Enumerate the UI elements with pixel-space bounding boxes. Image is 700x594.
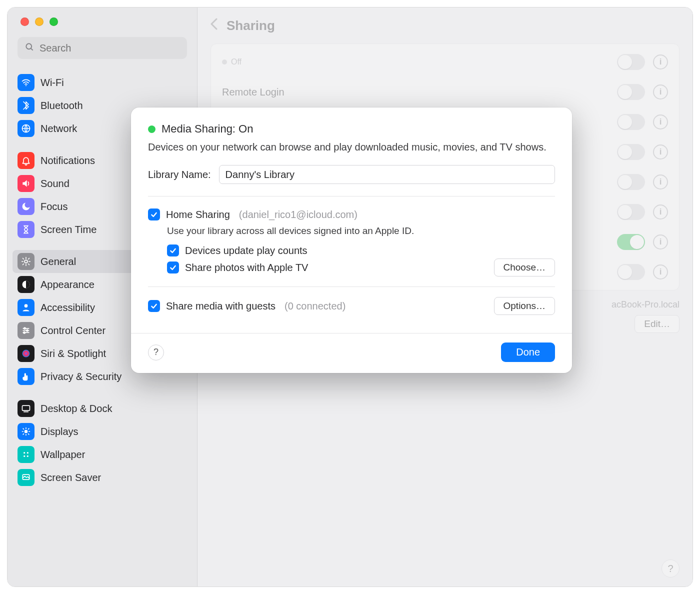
sidebar-item-wallpaper[interactable]: Wallpaper — [12, 443, 192, 466]
search-icon — [24, 42, 34, 54]
toggle[interactable] — [617, 54, 645, 70]
home-sharing-checkbox[interactable] — [148, 208, 160, 220]
bluetooth-icon — [18, 97, 34, 114]
sheet-title: Media Sharing: On — [162, 122, 253, 136]
info-icon[interactable]: i — [653, 264, 668, 280]
sheet-help-button[interactable]: ? — [148, 344, 164, 360]
sheet-description: Devices on your network can browse and p… — [148, 140, 555, 154]
toggle[interactable] — [617, 84, 645, 100]
svg-point-12 — [24, 332, 25, 334]
sidebar-item-displays[interactable]: Displays — [12, 420, 192, 443]
gear-icon — [18, 253, 34, 270]
network-icon — [18, 120, 34, 137]
sidebar-item-label: Bluetooth — [40, 100, 83, 112]
sidebar-item-label: Screen Saver — [40, 472, 101, 484]
svg-point-16 — [24, 430, 28, 434]
toggle[interactable] — [617, 264, 645, 280]
appearance-icon — [18, 276, 34, 293]
svg-point-2 — [26, 85, 26, 86]
info-icon[interactable]: i — [653, 54, 668, 70]
done-button[interactable]: Done — [501, 342, 555, 362]
sidebar-item-label: General — [40, 256, 76, 268]
library-name-input[interactable] — [219, 165, 555, 184]
sidebar-item-label: Displays — [40, 426, 78, 438]
sidebar-item-label: Screen Time — [40, 224, 96, 236]
svg-point-13 — [22, 350, 30, 358]
close-window-button[interactable] — [20, 18, 29, 26]
sidebar-item-label: Focus — [40, 201, 68, 212]
svg-point-18 — [27, 452, 28, 454]
toggle[interactable] — [617, 144, 645, 160]
info-icon[interactable]: i — [653, 234, 668, 250]
sidebar-item-wi-fi[interactable]: Wi-Fi — [12, 71, 192, 94]
share-guests-count: (0 connected) — [284, 300, 346, 312]
home-sharing-account: (daniel_rico1@icloud.com) — [239, 209, 358, 220]
sound-icon — [18, 175, 34, 192]
dock-icon — [18, 400, 34, 417]
sidebar-item-label: Control Center — [40, 325, 106, 336]
sidebar-item-label: Wallpaper — [40, 449, 85, 460]
wifi-icon — [18, 74, 34, 91]
choose-photos-button[interactable]: Choose… — [494, 258, 556, 276]
svg-rect-14 — [22, 406, 30, 410]
status-dot-icon — [148, 126, 156, 133]
display-icon — [18, 423, 34, 440]
sidebar-item-label: Notifications — [40, 155, 95, 166]
share-guests-label: Share media with guests — [166, 300, 276, 312]
moon-icon — [18, 198, 34, 215]
devices-update-label: Devices update play counts — [185, 245, 308, 256]
sharing-row-title: Remote Login — [222, 86, 284, 98]
wallpaper-icon — [18, 446, 34, 463]
svg-point-6 — [24, 304, 28, 308]
media-sharing-sheet: Media Sharing: On Devices on your networ… — [131, 108, 572, 373]
toggle[interactable] — [617, 204, 645, 220]
person-icon — [18, 299, 34, 316]
page-title: Sharing — [226, 18, 275, 34]
svg-point-17 — [24, 452, 25, 454]
toggle[interactable] — [617, 234, 645, 250]
minimize-window-button[interactable] — [35, 18, 44, 26]
sliders-icon — [18, 322, 34, 339]
share-photos-checkbox[interactable] — [167, 262, 179, 274]
edit-hostname-button[interactable]: Edit… — [634, 315, 680, 333]
siri-icon — [18, 345, 34, 362]
sharing-row: Offi — [211, 47, 679, 77]
info-icon[interactable]: i — [653, 114, 668, 130]
devices-update-checkbox[interactable] — [167, 244, 179, 256]
sidebar-item-label: Desktop & Dock — [40, 403, 112, 414]
info-icon[interactable]: i — [653, 144, 668, 160]
svg-point-4 — [24, 260, 28, 263]
sidebar-item-label: Siri & Spotlight — [40, 348, 106, 360]
search-field[interactable] — [18, 37, 187, 59]
svg-point-20 — [27, 456, 28, 457]
hourglass-icon — [18, 221, 34, 238]
sidebar-item-screen-saver[interactable]: Screen Saver — [12, 466, 192, 489]
home-sharing-description: Use your library across all devices sign… — [167, 226, 555, 236]
home-sharing-label: Home Sharing — [166, 209, 230, 220]
topbar: Sharing — [198, 8, 692, 44]
sidebar-item-label: Appearance — [40, 279, 94, 290]
svg-point-11 — [26, 330, 28, 331]
toggle[interactable] — [617, 174, 645, 190]
info-icon[interactable]: i — [653, 84, 668, 100]
guest-options-button[interactable]: Options… — [494, 297, 555, 315]
sidebar-item-label: Privacy & Security — [40, 371, 122, 382]
hand-icon — [18, 368, 34, 385]
svg-line-1 — [31, 48, 33, 50]
sidebar-item-desktop-dock[interactable]: Desktop & Dock — [12, 397, 192, 420]
sidebar-item-label: Network — [40, 123, 77, 134]
search-input[interactable] — [40, 42, 180, 54]
zoom-window-button[interactable] — [50, 18, 58, 26]
help-button[interactable]: ? — [662, 560, 680, 578]
toggle[interactable] — [617, 114, 645, 130]
info-icon[interactable]: i — [653, 204, 668, 220]
sidebar-item-label: Accessibility — [40, 302, 95, 314]
bell-icon — [18, 152, 34, 169]
svg-point-0 — [26, 44, 32, 49]
info-icon[interactable]: i — [653, 174, 668, 190]
hostname-value: acBook-Pro.local — [612, 300, 680, 310]
back-button[interactable] — [210, 17, 218, 34]
svg-point-19 — [24, 456, 25, 457]
share-guests-checkbox[interactable] — [148, 300, 160, 312]
status-off-label: Off — [231, 58, 242, 66]
